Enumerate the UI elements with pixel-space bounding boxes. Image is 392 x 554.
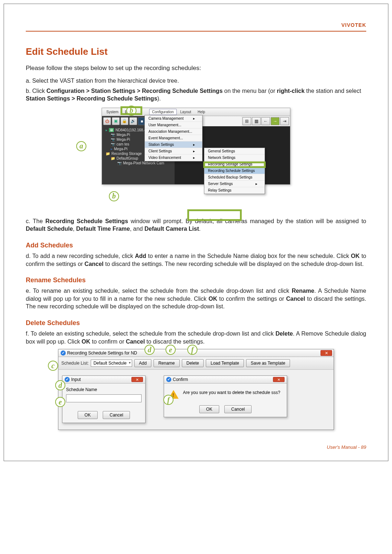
delete-button[interactable]: Delete (182, 359, 204, 367)
submenu-general[interactable]: General Settings (204, 148, 265, 155)
screenshot-config-menu: System Edit View Configuration Layout He… (102, 108, 290, 185)
confirm-message: Are you sure you want to delete the sche… (183, 390, 280, 395)
rss-toolbar: Schedule List: Default Schedule Add Rena… (58, 357, 334, 370)
pin-icon[interactable]: ⇥ (280, 117, 289, 125)
config-dropdown: Camera Management▸ User Management... As… (144, 115, 203, 161)
forward-icon[interactable]: → (271, 117, 279, 125)
heading-add-schedules: Add Schedules (26, 242, 366, 249)
vivotek-logo-icon: ✔ (61, 350, 66, 356)
submenu-network[interactable]: Network Settings (204, 155, 265, 161)
callout-f-top: f (187, 345, 197, 355)
menu-user-mgmt[interactable]: User Management... (145, 122, 202, 128)
step-b: b. Click Configuration > Station Setting… (26, 87, 366, 103)
toolbar-right: ⊞ ▦ ← → ⇥ (241, 116, 290, 126)
load-template-button[interactable]: Load Template (206, 359, 244, 367)
page-header: VIVOTEK (26, 22, 366, 32)
callout-c: c (48, 361, 58, 371)
close-icon[interactable]: ✕ (131, 377, 143, 382)
station-settings-submenu: General Settings Network Settings Record… (204, 148, 265, 194)
step-a: a. Select the VAST station from the hier… (26, 77, 366, 85)
step-c-prefix: c. (26, 218, 30, 224)
highlight-rec-schedule (203, 161, 266, 168)
confirm-dialog: ✔ Confirm ✕ Are you sure you want to del… (164, 376, 287, 417)
submenu-server[interactable]: Server Settings▸ (204, 181, 265, 187)
submenu-rec-schedule[interactable]: Recording Schedule Settings (204, 168, 265, 174)
page-title: Edit Schedule List (26, 46, 366, 57)
menu-camera-mgmt[interactable]: Camera Management▸ (145, 115, 202, 122)
menu-event-mgmt[interactable]: Event Management... (145, 135, 202, 141)
menu-assoc-mgmt[interactable]: Association Management... (145, 128, 202, 135)
schedule-list-label: Schedule List: (61, 361, 89, 366)
cancel-button[interactable]: Cancel (224, 405, 252, 413)
confirm-dialog-title: Confirm (173, 377, 188, 382)
step-d: d. To add a new recording schedule, clic… (26, 252, 366, 268)
step-a-text: Select the VAST station from the hierarc… (30, 78, 179, 84)
power-icon[interactable]: ⏻ (103, 117, 111, 125)
intro-text: Please follow the steps below to set up … (26, 65, 366, 72)
menu-layout[interactable]: Layout (177, 109, 194, 115)
input-dialog-title: Input (71, 377, 81, 382)
schedule-name-label: Schedule Name (66, 387, 142, 392)
ok-button[interactable]: OK (78, 411, 98, 419)
step-b-prefix: b. (26, 88, 30, 94)
submenu-relay[interactable]: Relay Settings (204, 187, 265, 194)
sound-icon[interactable]: 🔊 (129, 117, 137, 125)
grid-icon[interactable]: ⊞ (242, 117, 251, 125)
schedule-list-dropdown[interactable]: Default Schedule (91, 360, 132, 367)
highlight-b-menu (121, 106, 142, 115)
menu-system[interactable]: System (103, 109, 121, 115)
callout-d-top: d (144, 345, 155, 355)
heading-delete-schedules: Delete Schedules (26, 319, 366, 327)
layout-icon[interactable]: ▦ (252, 117, 261, 125)
schedule-name-input[interactable] (66, 394, 142, 402)
step-e: e. To rename an existing schedule, selec… (26, 287, 366, 311)
vivotek-logo-icon: ✔ (65, 377, 70, 382)
input-dialog: ✔ Input ✕ Schedule Name OK Cancel (62, 376, 146, 423)
heading-rename-schedules: Rename Schedules (26, 276, 366, 284)
page-footer: User's Manual - 89 (26, 444, 366, 450)
callout-b2: b (109, 191, 119, 201)
menu-video-enh[interactable]: Video Enhancement▸ (145, 155, 202, 161)
save-template-button[interactable]: Save as Template (246, 359, 290, 367)
submenu-backup[interactable]: Scheduled Backup Settings (204, 174, 265, 181)
ok-button[interactable]: OK (199, 405, 219, 413)
menu-help[interactable]: Help (195, 109, 208, 115)
callout-f: f (163, 395, 173, 405)
menu-station-settings[interactable]: Station Settings▸ (145, 141, 202, 148)
close-icon[interactable]: ✕ (273, 377, 285, 382)
rename-button[interactable]: Rename (154, 359, 179, 367)
footer-page: 89 (361, 444, 366, 450)
toolbar-left: ⏻ ▣ 🔒 🔊 ■ (102, 116, 147, 126)
add-button[interactable]: Add (134, 359, 151, 367)
footer-label: User's Manual - (327, 444, 361, 450)
camera-icon[interactable]: ▣ (112, 117, 120, 125)
callout-e-top: e (166, 345, 176, 355)
back-icon[interactable]: ← (261, 117, 270, 125)
lock-icon[interactable]: 🔒 (121, 117, 128, 125)
callout-a: a (76, 141, 86, 151)
callout-d: d (55, 380, 65, 390)
cancel-button[interactable]: Cancel (103, 411, 130, 419)
callout-e: e (55, 397, 65, 407)
vivotek-logo-icon: ✔ (166, 377, 171, 382)
menu-client-settings[interactable]: Client Settings▸ (145, 148, 202, 155)
rss-title: Recording Schedule Settings for ND (67, 350, 137, 356)
menu-configuration[interactable]: Configuration (149, 109, 176, 115)
step-a-prefix: a. (26, 78, 30, 84)
highlight-empty (187, 209, 242, 221)
screenshot-schedule-settings: ✔ Recording Schedule Settings for ND ✕ S… (58, 349, 334, 430)
step-f: f. To delete an existing schedule, selec… (26, 330, 366, 345)
close-icon[interactable]: ✕ (320, 350, 332, 356)
